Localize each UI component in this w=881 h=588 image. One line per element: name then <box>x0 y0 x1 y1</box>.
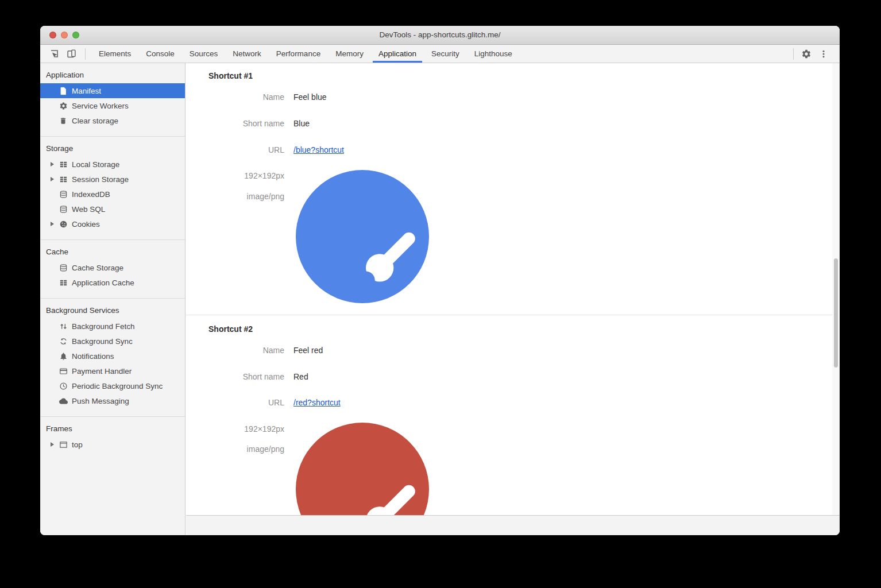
section-header: Storage <box>40 141 185 157</box>
sync-icon <box>59 336 68 346</box>
application-panel-sidebar: Application Manifest Service Workers Cle… <box>40 63 186 535</box>
sidebar-item-session-storage[interactable]: Session Storage <box>40 172 185 187</box>
sidebar-item-label: Payment Handler <box>72 367 132 376</box>
shortcut-1-size-label: 192×192px <box>186 171 284 180</box>
sidebar-item-application-cache[interactable]: Application Cache <box>40 275 185 290</box>
sidebar-item-label: Periodic Background Sync <box>72 382 163 390</box>
section-header: Application <box>40 67 185 83</box>
window-title: DevTools - app-shortcuts.glitch.me/ <box>40 26 840 44</box>
sidebar-item-push-messaging[interactable]: Push Messaging <box>40 393 185 408</box>
sidebar-item-cookies[interactable]: Cookies <box>40 216 185 231</box>
sidebar-item-notifications[interactable]: Notifications <box>40 349 185 363</box>
disclosure-triangle-icon[interactable] <box>51 442 59 447</box>
shortcut-2-name-value: Feel red <box>293 346 323 355</box>
shortcut-1-icon-image <box>296 170 429 303</box>
trash-icon <box>59 116 68 125</box>
sidebar-item-label: Web SQL <box>72 205 105 214</box>
table-icon <box>59 278 68 287</box>
sidebar-item-clear-storage[interactable]: Clear storage <box>40 113 185 128</box>
bottom-status-strip <box>186 515 840 535</box>
more-menu-icon <box>819 49 828 59</box>
devtools-tab-bar: Elements Console Sources Network Perform… <box>40 45 840 63</box>
shortcut-1-url-link[interactable]: /blue?shortcut <box>293 145 344 154</box>
tab-application[interactable]: Application <box>371 45 424 63</box>
tabbar-right-controls <box>790 47 840 61</box>
sidebar-item-service-workers[interactable]: Service Workers <box>40 98 185 113</box>
shortcut-2-url-link[interactable]: /red?shortcut <box>293 398 341 407</box>
sidebar-item-periodic-background-sync[interactable]: Periodic Background Sync <box>40 378 185 393</box>
devtools-window: DevTools - app-shortcuts.glitch.me/ Elem… <box>40 26 840 535</box>
sidebar-item-label: Cookies <box>72 220 100 229</box>
gear-icon <box>59 101 68 110</box>
shortcut-2-size-label: 192×192px <box>186 424 284 434</box>
up-down-arrows-icon <box>59 322 68 331</box>
sidebar-item-label: IndexedDB <box>72 190 110 199</box>
sidebar-item-web-sql[interactable]: Web SQL <box>40 202 185 216</box>
disclosure-triangle-icon[interactable] <box>51 162 59 167</box>
database-icon <box>59 263 68 272</box>
database-icon <box>59 189 68 199</box>
tab-elements[interactable]: Elements <box>91 45 138 63</box>
toolbar-separator <box>85 48 86 60</box>
sidebar-item-label: Cache Storage <box>72 264 123 272</box>
tab-network[interactable]: Network <box>225 45 269 63</box>
scrollbar-track[interactable] <box>832 63 840 515</box>
tab-security[interactable]: Security <box>424 45 467 63</box>
scrollbar-thumb[interactable] <box>834 258 838 368</box>
tab-sources[interactable]: Sources <box>182 45 226 63</box>
sidebar-item-top-frame[interactable]: top <box>40 437 185 452</box>
tab-memory[interactable]: Memory <box>328 45 371 63</box>
sidebar-item-local-storage[interactable]: Local Storage <box>40 157 185 172</box>
section-header: Cache <box>40 244 185 260</box>
sidebar-item-cache-storage[interactable]: Cache Storage <box>40 260 185 275</box>
sidebar-item-label: Background Fetch <box>72 322 135 331</box>
inspect-icon <box>49 49 59 59</box>
sidebar-item-manifest[interactable]: Manifest <box>40 83 185 98</box>
sidebar-section-frames: Frames top <box>40 417 185 460</box>
sidebar-item-label: Local Storage <box>72 160 119 169</box>
sidebar-item-label: top <box>72 440 83 449</box>
url-label: URL <box>186 145 284 154</box>
more-options-button[interactable] <box>817 47 830 61</box>
sidebar-item-background-fetch[interactable]: Background Fetch <box>40 319 185 334</box>
tab-performance[interactable]: Performance <box>269 45 328 63</box>
sidebar-section-application: Application Manifest Service Workers Cle… <box>40 63 185 137</box>
sidebar-item-label: Application Cache <box>72 278 134 287</box>
tab-console[interactable]: Console <box>138 45 182 63</box>
sidebar-item-label: Clear storage <box>72 117 118 125</box>
sidebar-item-payment-handler[interactable]: Payment Handler <box>40 363 185 378</box>
inspect-element-button[interactable] <box>47 47 61 61</box>
sidebar-section-storage: Storage Local Storage Session Storage <box>40 137 185 240</box>
shortcut-2-title: Shortcut #2 <box>208 324 253 334</box>
clock-icon <box>59 381 68 390</box>
settings-button[interactable] <box>799 47 813 61</box>
shortcut-1-mime-label: image/png <box>186 192 284 201</box>
sidebar-item-label: Background Sync <box>72 337 133 346</box>
shortcut-1-title: Shortcut #1 <box>208 71 253 80</box>
section-divider <box>186 315 840 315</box>
device-toolbar-icon <box>67 49 76 59</box>
table-icon <box>59 175 68 184</box>
sidebar-section-cache: Cache Cache Storage Application Cache <box>40 240 185 299</box>
sidebar-item-label: Session Storage <box>72 175 129 184</box>
shortcut-1-name-value: Feel blue <box>293 92 327 102</box>
bell-icon <box>59 351 68 361</box>
credit-card-icon <box>59 366 68 376</box>
database-icon <box>59 204 68 214</box>
device-toolbar-button[interactable] <box>64 47 78 61</box>
sidebar-item-background-sync[interactable]: Background Sync <box>40 334 185 349</box>
panel-tabs: Elements Console Sources Network Perform… <box>91 45 520 63</box>
file-icon <box>59 86 68 95</box>
section-header: Frames <box>40 421 185 437</box>
short-name-label: Short name <box>186 119 284 128</box>
short-name-label: Short name <box>186 372 284 381</box>
disclosure-triangle-icon[interactable] <box>51 177 59 181</box>
tab-lighthouse[interactable]: Lighthouse <box>467 45 520 63</box>
url-label: URL <box>186 398 284 407</box>
shortcut-2-mime-label: image/png <box>186 444 284 454</box>
sidebar-item-indexeddb[interactable]: IndexedDB <box>40 187 185 202</box>
disclosure-triangle-icon[interactable] <box>51 222 59 226</box>
table-icon <box>59 160 68 169</box>
shortcut-2-icon-image <box>296 423 429 515</box>
cloud-icon <box>59 396 68 405</box>
